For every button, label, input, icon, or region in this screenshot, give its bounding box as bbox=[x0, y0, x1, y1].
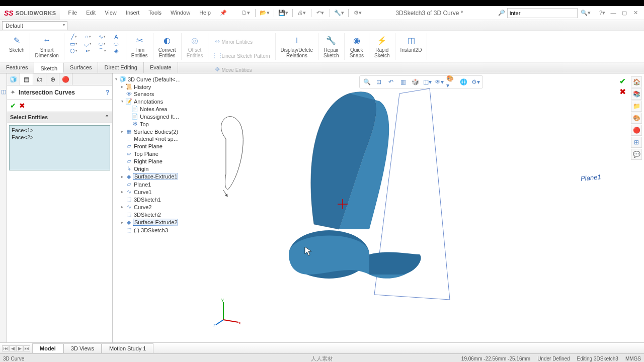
tree-root[interactable]: 3D Curve (Default<… bbox=[127, 76, 181, 82]
rebuild-icon[interactable]: 🔧▾ bbox=[334, 8, 344, 18]
quick-snaps-button[interactable]: ◉ Quick Snaps bbox=[348, 33, 366, 59]
tree-notes[interactable]: Notes Area bbox=[139, 106, 167, 112]
center-watermark: 人人素材 bbox=[311, 355, 333, 362]
status-mode: Editing 3DSketch3 bbox=[577, 356, 618, 361]
selection-item[interactable]: Face<1> bbox=[11, 127, 109, 134]
search-toggle-icon[interactable]: 🔎 bbox=[496, 10, 507, 16]
tab-nav-next-icon[interactable]: ▶ bbox=[16, 345, 23, 351]
tree-right-plane[interactable]: Right Plane bbox=[133, 158, 163, 164]
close-icon[interactable]: ✕ bbox=[631, 10, 640, 16]
display-relations-button[interactable]: ⊥ Display/Delete Relations bbox=[279, 33, 315, 59]
tree-top-anno[interactable]: Top bbox=[139, 121, 149, 127]
tree-curve1[interactable]: Curve1 bbox=[133, 189, 151, 195]
tree-curve2[interactable]: Curve2 bbox=[133, 204, 151, 210]
arc-icon[interactable]: ◡▾ bbox=[82, 40, 95, 47]
menu-window[interactable]: Window bbox=[167, 7, 194, 19]
tab-sketch[interactable]: Sketch bbox=[34, 62, 64, 73]
menu-tools[interactable]: Tools bbox=[144, 7, 166, 19]
plane-icon[interactable]: ◈ bbox=[110, 47, 123, 54]
graphics-view[interactable]: 🔍 ⊡ ↶ ▥ 🎲 ◫▾ 👁▾ 🎨▾ 🌐 ⚙▾ 🏠 📚 📁 🎨 🔴 ⊞ 💬 bbox=[198, 73, 644, 342]
search-glass-icon[interactable]: 🔍▾ bbox=[578, 10, 594, 16]
open-icon[interactable]: 📂▾ bbox=[260, 8, 270, 18]
tree-front-plane[interactable]: Front Plane bbox=[133, 143, 163, 149]
menu-insert[interactable]: Insert bbox=[122, 7, 144, 19]
confirm-ok-icon[interactable]: ✔ bbox=[619, 76, 626, 86]
smart-dimension-button[interactable]: ↔ Smart Dimension bbox=[33, 33, 61, 59]
tree-surf-extrude1[interactable]: Surface-Extrude1 bbox=[133, 173, 178, 180]
fillet-icon[interactable]: ⌒▾ bbox=[96, 47, 109, 54]
tree-sensors[interactable]: Sensors bbox=[133, 91, 154, 97]
menu-help[interactable]: Help bbox=[195, 7, 215, 19]
pm-collapse-icon[interactable]: ⌃ bbox=[105, 114, 109, 121]
instant2d-button[interactable]: ◫ Instant2D bbox=[398, 33, 424, 54]
pm-tab-appearance-icon[interactable]: 🔴 bbox=[59, 73, 72, 85]
pm-tab-dim-icon[interactable]: ⊕ bbox=[46, 73, 59, 85]
slot-icon[interactable]: ⬭ bbox=[110, 40, 123, 47]
tree-unassigned[interactable]: Unassigned It… bbox=[139, 114, 179, 120]
rect-icon[interactable]: ▭▾ bbox=[67, 40, 80, 47]
tab-features[interactable]: Features bbox=[0, 62, 34, 73]
selection-list[interactable]: Face<1> Face<2> bbox=[9, 125, 110, 170]
trim-entities-button[interactable]: ✂ Trim Entities bbox=[129, 33, 150, 59]
menu-view[interactable]: View bbox=[101, 7, 121, 19]
rapid-sketch-button[interactable]: ⚡ Rapid Sketch bbox=[372, 33, 392, 59]
tree-plane1[interactable]: Plane1 bbox=[133, 182, 151, 188]
help-icon[interactable]: ?▾ bbox=[598, 10, 607, 16]
pm-help-icon[interactable]: ? bbox=[106, 89, 109, 96]
pm-ok-icon[interactable]: ✔ bbox=[10, 102, 16, 110]
menu-pin-icon[interactable]: 📌 bbox=[216, 7, 231, 19]
point-icon[interactable]: •▾ bbox=[82, 47, 95, 54]
view-triad-icon[interactable]: y x z bbox=[213, 297, 244, 327]
tree-surface-bodies[interactable]: Surface Bodies(2) bbox=[133, 129, 178, 135]
tab-model[interactable]: Model bbox=[32, 343, 63, 353]
config-combo[interactable]: Default bbox=[2, 21, 67, 30]
pm-tab-config-icon[interactable]: 🗂 bbox=[33, 73, 46, 85]
text-tool-icon[interactable]: A bbox=[110, 33, 123, 40]
tab-motion-study[interactable]: Motion Study 1 bbox=[102, 343, 153, 353]
menu-edit[interactable]: Edit bbox=[82, 7, 100, 19]
search-input[interactable] bbox=[507, 8, 578, 18]
tree-material[interactable]: Material <not sp… bbox=[133, 136, 179, 142]
tree-surf-extrude2[interactable]: Surface-Extrude2 bbox=[133, 219, 178, 226]
ellipse-icon[interactable]: ⬭▾ bbox=[96, 40, 109, 47]
new-icon[interactable]: 🗋▾ bbox=[241, 8, 251, 18]
confirm-cancel-icon[interactable]: ✖ bbox=[619, 87, 626, 97]
tab-nav-last-icon[interactable]: ⏭ bbox=[23, 345, 30, 351]
ds-logo-icon: SS bbox=[4, 9, 14, 17]
tree-history[interactable]: History bbox=[133, 84, 151, 90]
tab-surfaces[interactable]: Surfaces bbox=[64, 62, 98, 73]
selection-item[interactable]: Face<2> bbox=[11, 134, 109, 141]
status-units[interactable]: MMGS bbox=[625, 356, 641, 361]
options-icon[interactable]: ⚙▾ bbox=[353, 8, 363, 18]
sketch-button[interactable]: ✎ Sketch bbox=[7, 33, 27, 54]
tree-top-plane[interactable]: Top Plane bbox=[133, 151, 158, 157]
pm-tab-property-icon[interactable]: ▤ bbox=[20, 73, 33, 85]
tree-annotations[interactable]: Annotations bbox=[133, 99, 163, 105]
pm-tab-feature-tree-icon[interactable]: 🧊 bbox=[7, 73, 20, 85]
tab-3d-views[interactable]: 3D Views bbox=[63, 343, 102, 353]
config-row: Default bbox=[0, 20, 644, 31]
tab-nav-prev-icon[interactable]: ◀ bbox=[9, 345, 16, 351]
tab-direct-editing[interactable]: Direct Editing bbox=[98, 62, 143, 73]
tab-nav-first-icon[interactable]: ⏮ bbox=[2, 345, 9, 351]
minimize-icon[interactable]: — bbox=[609, 10, 618, 16]
tree-3dsketch2[interactable]: 3DSketch2 bbox=[133, 212, 161, 218]
poly-icon[interactable]: ⬡▾ bbox=[67, 47, 80, 54]
convert-entities-button[interactable]: ◐ Convert Entities bbox=[156, 33, 178, 59]
maximize-icon[interactable]: ▢ bbox=[620, 10, 629, 16]
tree-3dsketch3[interactable]: (-) 3DSketch3 bbox=[133, 227, 168, 233]
print-icon[interactable]: 🖨▾ bbox=[297, 8, 307, 18]
repair-sketch-button[interactable]: 🔧 Repair Sketch bbox=[321, 33, 341, 59]
tree-3dsketch1[interactable]: 3DSketch1 bbox=[133, 197, 161, 203]
line-icon[interactable]: ╱▾ bbox=[67, 33, 80, 40]
tab-evaluate[interactable]: Evaluate bbox=[144, 62, 178, 73]
menu-file[interactable]: File bbox=[64, 7, 81, 19]
undo-icon[interactable]: ↶▾ bbox=[315, 8, 326, 18]
origin-icon: ↳ bbox=[125, 165, 133, 172]
circle-icon[interactable]: ○▾ bbox=[82, 33, 95, 40]
spline-icon[interactable]: ∿▾ bbox=[96, 33, 109, 40]
side-handle-icon[interactable]: ◫ bbox=[0, 88, 7, 95]
tree-origin[interactable]: Origin bbox=[133, 166, 148, 172]
pm-cancel-icon[interactable]: ✖ bbox=[19, 102, 25, 110]
save-icon[interactable]: 💾▾ bbox=[278, 8, 288, 18]
